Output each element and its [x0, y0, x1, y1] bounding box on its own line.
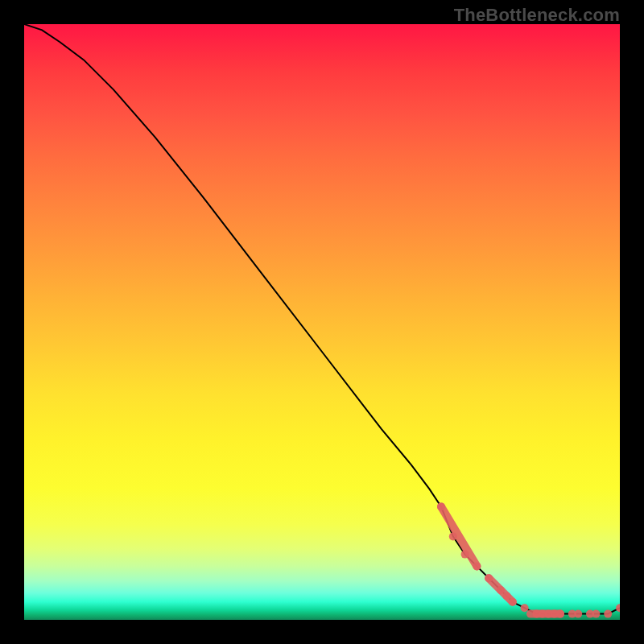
svg-point-13 — [539, 610, 547, 618]
svg-point-7 — [485, 574, 493, 582]
watermark-text: TheBottleneck.com — [454, 5, 620, 26]
chart-svg — [24, 24, 620, 620]
chart-frame: TheBottleneck.com — [0, 0, 644, 644]
svg-point-21 — [604, 610, 612, 618]
svg-point-16 — [556, 610, 564, 618]
curve-path — [24, 24, 620, 614]
svg-point-4 — [449, 532, 457, 540]
plot-area — [24, 24, 620, 620]
svg-line-0 — [441, 506, 477, 566]
svg-line-1 — [489, 578, 513, 602]
svg-point-12 — [532, 610, 540, 618]
svg-point-14 — [544, 610, 552, 618]
svg-point-6 — [473, 562, 481, 570]
svg-point-10 — [509, 598, 517, 606]
svg-point-5 — [461, 551, 469, 559]
svg-point-19 — [586, 610, 594, 618]
svg-point-9 — [502, 592, 510, 600]
markers — [437, 502, 620, 617]
svg-point-11 — [521, 604, 529, 612]
svg-point-17 — [568, 610, 576, 618]
svg-point-15 — [551, 610, 559, 618]
svg-point-8 — [497, 586, 505, 594]
svg-point-20 — [592, 610, 600, 618]
svg-point-18 — [574, 610, 582, 618]
svg-point-3 — [437, 502, 445, 510]
dense-segments — [441, 506, 560, 613]
svg-point-22 — [616, 604, 620, 612]
